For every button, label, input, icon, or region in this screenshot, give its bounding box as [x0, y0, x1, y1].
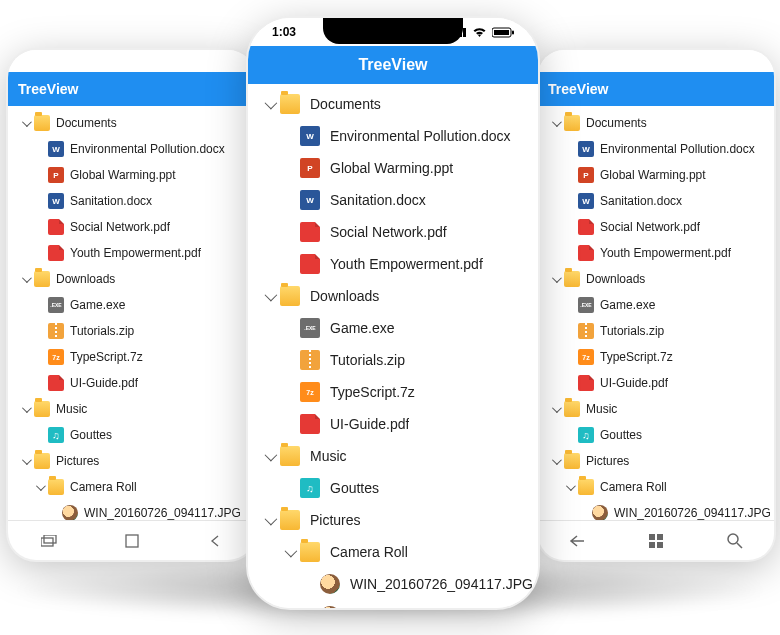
- tree-folder-row[interactable]: Pictures: [538, 448, 774, 474]
- chevron-down-icon: [552, 402, 559, 416]
- tree-folder-row[interactable]: Pictures: [248, 504, 538, 536]
- tree-item-label: Sanitation.docx: [330, 192, 426, 208]
- tree-file-row[interactable]: Tutorials.zip: [8, 318, 256, 344]
- tree-file-row[interactable]: Global Warming.ppt: [248, 152, 538, 184]
- tree-item-label: Sanitation.docx: [600, 194, 682, 208]
- tree-file-row[interactable]: Environmental Pollution.docx: [248, 120, 538, 152]
- tree-file-row[interactable]: UI-Guide.pdf: [538, 370, 774, 396]
- pdf-icon: [48, 245, 64, 261]
- tree-file-row[interactable]: Youth Empowerment.pdf: [8, 240, 256, 266]
- tree-item-label: Documents: [56, 116, 117, 130]
- zip-icon: [578, 323, 594, 339]
- word-doc-icon: [578, 141, 594, 157]
- expand-toggle[interactable]: [278, 544, 300, 560]
- expand-toggle[interactable]: [258, 96, 280, 112]
- tree-folder-row[interactable]: Downloads: [8, 266, 256, 292]
- expand-toggle[interactable]: [16, 272, 34, 286]
- expand-toggle[interactable]: [258, 512, 280, 528]
- expand-toggle[interactable]: [258, 448, 280, 464]
- tree-item-label: Camera Roll: [70, 480, 137, 494]
- chevron-down-icon: [285, 544, 294, 560]
- tree-folder-row[interactable]: Music: [538, 396, 774, 422]
- tree-file-row[interactable]: Social Network.pdf: [538, 214, 774, 240]
- tree-file-row[interactable]: Game.exe: [8, 292, 256, 318]
- tree-list[interactable]: DocumentsEnvironmental Pollution.docxGlo…: [8, 106, 256, 520]
- tree-file-row[interactable]: Environmental Pollution.docx: [8, 136, 256, 162]
- tree-file-row[interactable]: TypeScript.7z: [538, 344, 774, 370]
- windows-button[interactable]: [646, 531, 666, 551]
- expand-toggle[interactable]: [30, 480, 48, 494]
- tree-item-label: Global Warming.ppt: [330, 160, 453, 176]
- tree-file-row[interactable]: Gouttes: [538, 422, 774, 448]
- tree-file-row[interactable]: Social Network.pdf: [248, 216, 538, 248]
- tree-file-row[interactable]: WIN_20160726_094117.JPG: [248, 568, 538, 600]
- tree-item-label: Music: [310, 448, 347, 464]
- chevron-down-icon: [552, 454, 559, 468]
- tree-file-row[interactable]: Gouttes: [8, 422, 256, 448]
- svg-point-14: [728, 534, 738, 544]
- tree-folder-row[interactable]: Music: [8, 396, 256, 422]
- word-doc-icon: [578, 193, 594, 209]
- tree-folder-row[interactable]: Documents: [248, 88, 538, 120]
- tree-file-row[interactable]: Game.exe: [248, 312, 538, 344]
- tree-file-row[interactable]: Global Warming.ppt: [8, 162, 256, 188]
- android-nav: [8, 520, 256, 560]
- svg-rect-12: [649, 542, 655, 548]
- tree-file-row[interactable]: WIN_20160726_094117.JPG: [8, 500, 256, 520]
- expand-toggle[interactable]: [546, 454, 564, 468]
- tree-folder-row[interactable]: Camera Roll: [248, 536, 538, 568]
- expand-toggle[interactable]: [560, 480, 578, 494]
- expand-toggle[interactable]: [16, 402, 34, 416]
- search-button[interactable]: [725, 531, 745, 551]
- tree-file-row[interactable]: Social Network.pdf: [8, 214, 256, 240]
- tree-file-row[interactable]: Tutorials.zip: [538, 318, 774, 344]
- back-button[interactable]: [205, 531, 225, 551]
- tree-file-row[interactable]: Youth Empowerment.pdf: [248, 248, 538, 280]
- tree-file-row[interactable]: WIN_20160726_094117.JPG: [538, 500, 774, 520]
- expand-toggle[interactable]: [546, 402, 564, 416]
- tree-folder-row[interactable]: Documents: [8, 110, 256, 136]
- tree-file-row[interactable]: UI-Guide.pdf: [8, 370, 256, 396]
- tree-folder-row[interactable]: Music: [248, 440, 538, 472]
- tree-file-row[interactable]: Game.exe: [538, 292, 774, 318]
- svg-rect-1: [44, 535, 56, 543]
- music-icon: [48, 427, 64, 443]
- tree-file-row[interactable]: Tutorials.zip: [248, 344, 538, 376]
- expand-toggle[interactable]: [16, 116, 34, 130]
- tree-file-row[interactable]: Sanitation.docx: [8, 188, 256, 214]
- app-header: TreeView: [248, 46, 538, 84]
- tree-file-row[interactable]: Sanitation.docx: [248, 184, 538, 216]
- tree-file-row[interactable]: WIN_20160726_094117.JPG: [248, 600, 538, 608]
- svg-line-15: [737, 543, 742, 548]
- tree-folder-row[interactable]: Downloads: [538, 266, 774, 292]
- device-iphone: 1:03 TreeView DocumentsEnvironmental Pol…: [248, 18, 538, 608]
- tree-folder-row[interactable]: Downloads: [248, 280, 538, 312]
- photo-icon: [320, 606, 340, 608]
- tree-folder-row[interactable]: Camera Roll: [538, 474, 774, 500]
- tree-file-row[interactable]: TypeScript.7z: [248, 376, 538, 408]
- tree-file-row[interactable]: Sanitation.docx: [538, 188, 774, 214]
- pdf-icon: [48, 375, 64, 391]
- tree-folder-row[interactable]: Pictures: [8, 448, 256, 474]
- svg-rect-0: [41, 538, 53, 546]
- tree-item-label: WIN_20160726_094117.JPG: [350, 576, 533, 592]
- tree-file-row[interactable]: Youth Empowerment.pdf: [538, 240, 774, 266]
- tree-list[interactable]: DocumentsEnvironmental Pollution.docxGlo…: [248, 84, 538, 608]
- expand-toggle[interactable]: [546, 116, 564, 130]
- tree-folder-row[interactable]: Documents: [538, 110, 774, 136]
- tree-list[interactable]: DocumentsEnvironmental Pollution.docxGlo…: [538, 106, 774, 520]
- back-button[interactable]: [567, 531, 587, 551]
- tree-file-row[interactable]: Global Warming.ppt: [538, 162, 774, 188]
- recent-apps-button[interactable]: [39, 531, 59, 551]
- tree-folder-row[interactable]: Camera Roll: [8, 474, 256, 500]
- tree-file-row[interactable]: UI-Guide.pdf: [248, 408, 538, 440]
- chevron-down-icon: [552, 116, 559, 130]
- home-button[interactable]: [122, 531, 142, 551]
- tree-file-row[interactable]: TypeScript.7z: [8, 344, 256, 370]
- expand-toggle[interactable]: [258, 288, 280, 304]
- expand-toggle[interactable]: [16, 454, 34, 468]
- expand-toggle[interactable]: [546, 272, 564, 286]
- app-header: TreeView: [538, 72, 774, 106]
- tree-file-row[interactable]: Gouttes: [248, 472, 538, 504]
- tree-file-row[interactable]: Environmental Pollution.docx: [538, 136, 774, 162]
